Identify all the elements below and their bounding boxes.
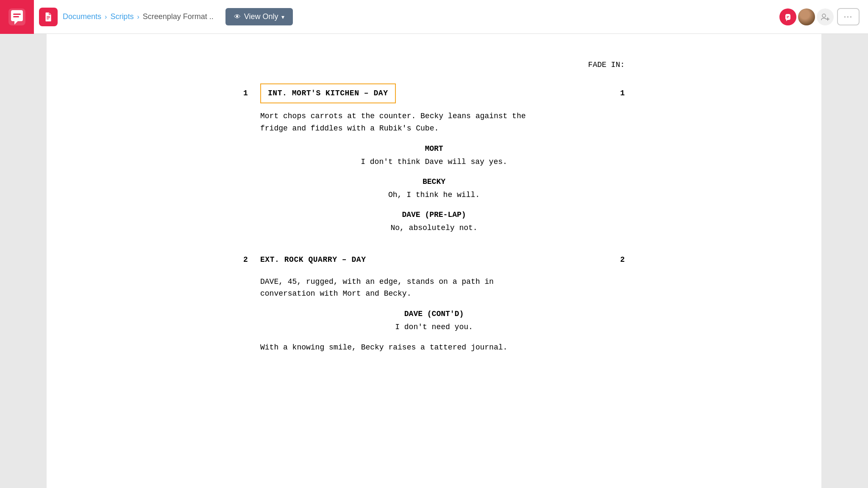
scene-2-number-right: 2 <box>620 254 625 266</box>
dialogue-mort-character: MORT <box>243 143 625 155</box>
fade-in: FADE IN: <box>243 59 625 71</box>
breadcrumb-current: Screenplay Format .. <box>143 12 214 21</box>
more-options-button[interactable]: ··· <box>837 8 860 25</box>
scene-1-number-left: 1 <box>243 88 260 99</box>
svg-rect-3 <box>47 16 50 17</box>
dialogue-dave-prelap-character: DAVE (PRE-LAP) <box>243 209 625 221</box>
avatar-group <box>779 8 834 25</box>
view-only-button[interactable]: 👁 View Only ▾ <box>225 8 293 25</box>
scene-2-action: DAVE, 45, rugged, with an edge, stands o… <box>260 276 625 300</box>
scene-1-action: Mort chops carrots at the counter. Becky… <box>260 110 625 135</box>
screenplay: FADE IN: 1 INT. MORT'S KITCHEN – DAY 1 M… <box>243 59 625 354</box>
dialogue-becky-character: BECKY <box>243 176 625 188</box>
main-content: FADE IN: 1 INT. MORT'S KITCHEN – DAY 1 M… <box>0 34 868 488</box>
document-area: FADE IN: 1 INT. MORT'S KITCHEN – DAY 1 M… <box>47 34 821 488</box>
dialogue-dave-contd-character: DAVE (CONT'D) <box>243 308 625 320</box>
navbar-right: ··· <box>779 8 860 25</box>
scene-2: 2 EXT. ROCK QUARRY – DAY 2 DAVE, 45, rug… <box>243 251 625 354</box>
svg-rect-7 <box>787 17 788 18</box>
breadcrumb-documents[interactable]: Documents <box>63 12 101 21</box>
dialogue-becky-line: Oh, I think he will. <box>243 189 625 201</box>
breadcrumb-sep-2: › <box>137 13 139 21</box>
navbar: Documents › Scripts › Screenplay Format … <box>0 0 868 34</box>
scene-2-heading: EXT. ROCK QUARRY – DAY <box>260 251 366 269</box>
dialogue-dave-contd-line: I don't need you. <box>243 322 625 333</box>
scene-1-heading: INT. MORT'S KITCHEN – DAY <box>260 83 396 103</box>
scene-1-number-right: 1 <box>620 88 625 99</box>
avatar-user-2 <box>798 8 815 25</box>
chevron-down-icon: ▾ <box>281 14 284 20</box>
svg-rect-5 <box>47 19 49 19</box>
svg-rect-2 <box>13 16 19 17</box>
scene-2-heading-row: 2 EXT. ROCK QUARRY – DAY 2 <box>243 251 625 269</box>
svg-rect-1 <box>13 14 21 15</box>
scene-1-heading-row: 1 INT. MORT'S KITCHEN – DAY 1 <box>243 83 625 103</box>
dialogue-mort-line: I don't think Dave will say yes. <box>243 156 625 168</box>
svg-rect-4 <box>47 17 50 18</box>
eye-icon: 👁 <box>234 13 241 21</box>
breadcrumb-scripts[interactable]: Scripts <box>110 12 134 21</box>
app-logo <box>0 0 34 34</box>
scene-1: 1 INT. MORT'S KITCHEN – DAY 1 Mort chops… <box>243 83 625 234</box>
view-only-label: View Only <box>244 12 278 21</box>
doc-icon-button[interactable] <box>39 8 58 26</box>
sidebar-left <box>0 34 47 488</box>
dialogue-dave-prelap-line: No, absolutely not. <box>243 222 625 234</box>
sidebar-right <box>821 34 868 488</box>
breadcrumb: Documents › Scripts › Screenplay Format … <box>63 12 214 21</box>
scene-2-action2: With a knowing smile, Becky raises a tat… <box>260 341 625 354</box>
svg-rect-6 <box>787 16 789 17</box>
avatar-add-user[interactable] <box>817 8 834 25</box>
scene-2-number-left: 2 <box>243 254 260 266</box>
svg-point-8 <box>822 14 826 17</box>
avatar-current-user <box>779 8 796 25</box>
breadcrumb-sep-1: › <box>105 13 107 21</box>
